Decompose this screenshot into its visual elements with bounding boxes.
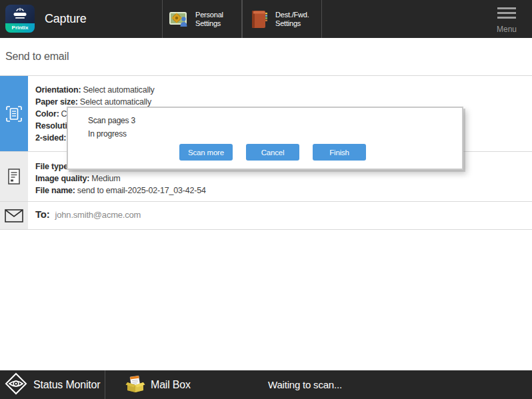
finish-button[interactable]: Finish (313, 144, 366, 161)
dest-fwd-settings-label: Dest./Fwd. Settings (275, 11, 309, 28)
mail-box-button[interactable]: Mail Box (105, 370, 191, 399)
scan-progress-status: In progress (88, 129, 127, 139)
file-document-icon (0, 152, 31, 201)
envelope-icon (0, 202, 31, 229)
topbar: Printix Capture Personal (0, 0, 532, 38)
scanner-icon (12, 7, 28, 22)
setting-image-quality: Image quality:Medium (35, 173, 206, 185)
recipient-row: To:john.smith@acme.com (0, 202, 532, 230)
printix-logo-label: Printix (5, 23, 35, 33)
menu-button[interactable]: Menu (481, 0, 532, 38)
page-title: Send to email (0, 38, 532, 75)
dialog-buttons: Scan more Cancel Finish (179, 144, 366, 161)
setting-file-name: File name:send to email-2025-02-17_03-42… (35, 185, 206, 197)
setting-orientation: Orientation:Select automatically (35, 84, 155, 96)
recipient-email: To:john.smith@acme.com (35, 208, 141, 221)
status-monitor-button[interactable]: Status Monitor (0, 370, 105, 399)
address-book-icon (249, 9, 270, 30)
status-monitor-label: Status Monitor (33, 379, 100, 391)
status-monitor-icon (5, 372, 27, 398)
bottombar: Status Monitor (0, 370, 532, 399)
scan-more-button[interactable]: Scan more (179, 144, 233, 161)
personal-settings-icon (169, 9, 190, 30)
menu-label: Menu (497, 25, 517, 34)
recipient-content[interactable]: To:john.smith@acme.com (31, 202, 141, 229)
mail-box-label: Mail Box (151, 379, 191, 391)
hamburger-icon (497, 7, 516, 21)
dest-fwd-settings-button[interactable]: Dest./Fwd. Settings (242, 0, 322, 38)
app-brand: Printix Capture (5, 5, 87, 33)
capture-screen: Printix Capture Personal (0, 0, 532, 399)
personal-settings-label: Personal Settings (195, 11, 223, 28)
scan-document-icon (0, 76, 31, 151)
personal-settings-button[interactable]: Personal Settings (162, 0, 242, 38)
cancel-button[interactable]: Cancel (246, 144, 299, 161)
mail-box-icon (125, 374, 145, 395)
app-title: Capture (45, 12, 87, 26)
scan-pages-count: Scan pages 3 (88, 116, 135, 125)
scan-status-text: Waiting to scan... (268, 379, 342, 390)
scan-progress-dialog: Scan pages 3 In progress Scan more Cance… (67, 107, 463, 170)
printix-logo: Printix (5, 5, 35, 33)
